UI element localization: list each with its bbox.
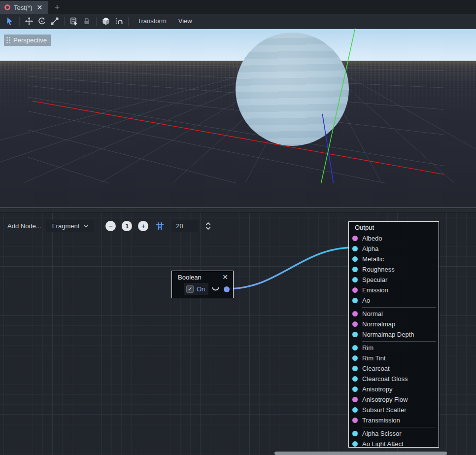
port-label: Normalmap [362, 320, 395, 328]
boolean-node[interactable]: Boolean ✕ ✓ On [171, 271, 234, 298]
port-label: Roughness [362, 266, 395, 273]
port-metallic-icon[interactable] [352, 256, 358, 262]
port-roughness-icon[interactable] [352, 267, 358, 272]
output-port-row: Normalmap [349, 319, 439, 329]
snap-amount-field[interactable]: 20 [171, 220, 198, 232]
port-emission-icon[interactable] [352, 287, 358, 293]
list-select-tool-button[interactable] [68, 15, 80, 27]
port-label: Specular [362, 276, 387, 283]
port-group-separator [362, 307, 436, 308]
node-resizer-icon[interactable] [391, 443, 397, 447]
boolean-node-titlebar[interactable]: Boolean ✕ [172, 271, 233, 282]
snap-mode-button[interactable] [112, 15, 125, 27]
port-normalmap-depth-icon[interactable] [352, 332, 358, 337]
port-ao-icon[interactable] [352, 298, 358, 303]
new-scene-tab-button[interactable]: + [48, 1, 66, 14]
graph-hscrollbar[interactable] [274, 452, 447, 455]
boolean-output-port[interactable] [224, 286, 230, 292]
boolean-node-title: Boolean [178, 274, 202, 281]
tab-close-icon[interactable]: ✕ [36, 4, 44, 11]
port-albedo-icon[interactable] [352, 236, 358, 241]
node-close-icon[interactable]: ✕ [222, 273, 228, 281]
list-select-icon [69, 17, 78, 26]
port-label: Ao Light Affect [362, 440, 404, 448]
zoom-in-button[interactable]: + [138, 221, 148, 231]
output-port-row: Anisotropy [349, 384, 439, 394]
port-clearcoat-gloss-icon[interactable] [352, 376, 358, 382]
output-port-row: Specular [349, 275, 439, 285]
select-tool-button[interactable] [3, 15, 16, 27]
view-menu[interactable]: View [172, 17, 198, 25]
scale-icon [50, 17, 59, 26]
transform-menu[interactable]: Transform [132, 17, 172, 25]
port-alpha-scissor-icon[interactable] [352, 431, 358, 436]
snap-spinner[interactable] [205, 222, 211, 230]
port-normal-icon[interactable] [352, 311, 358, 316]
port-transmission-icon[interactable] [352, 418, 358, 423]
port-normalmap-icon[interactable] [352, 321, 358, 327]
environment-button[interactable] [100, 15, 112, 27]
output-port-row: Transmission [349, 415, 439, 425]
rotate-tool-button[interactable] [35, 15, 48, 27]
port-specular-icon[interactable] [352, 277, 358, 282]
scene-tab-label: Test(*) [14, 4, 33, 11]
add-node-button[interactable]: Add Node... [5, 222, 46, 230]
toolbar-separator [64, 17, 65, 26]
port-label: Clearcoat [362, 365, 390, 372]
connection-wire [228, 247, 354, 289]
snap-amount-value: 20 [176, 222, 183, 230]
port-alpha-icon[interactable] [352, 246, 358, 251]
output-port-row: Ao [349, 295, 439, 306]
godot-editor-window: Test(*) ✕ + [0, 0, 476, 455]
lock-button[interactable] [80, 15, 93, 27]
projection-menu[interactable]: Perspective [4, 35, 51, 46]
port-clearcoat-icon[interactable] [352, 366, 358, 371]
port-label: Anisotropy Flow [362, 396, 408, 403]
output-port-row: Rim Tint [349, 353, 439, 363]
rotate-icon [37, 17, 46, 26]
port-label: Rim Tint [362, 354, 386, 362]
zoom-reset-button[interactable]: 1 [122, 221, 132, 231]
zoom-out-button[interactable]: − [105, 221, 116, 231]
chevron-down-icon [83, 224, 89, 228]
port-anisotropy-icon[interactable] [352, 386, 358, 392]
output-ports: AlbedoAlphaMetallicRoughnessSpecularEmis… [349, 233, 439, 449]
move-icon [25, 17, 34, 26]
output-port-row: Roughness [349, 264, 439, 275]
port-label: Subsurf Scatter [362, 406, 407, 414]
port-ao-light-affect-icon[interactable] [352, 441, 358, 447]
port-label: Transmission [362, 417, 400, 424]
output-port-row: Normal [349, 309, 439, 319]
snap-toggle-button[interactable] [155, 221, 165, 231]
viewport-3d[interactable]: Perspective [0, 28, 476, 208]
port-anisotropy-flow-icon[interactable] [352, 397, 358, 402]
port-rim-tint-icon[interactable] [352, 355, 358, 361]
output-port-row: Alpha Scissor [349, 428, 439, 439]
expand-chevron-icon[interactable] [212, 287, 219, 291]
output-node-titlebar[interactable]: Output [349, 222, 439, 232]
output-port-row: Normalmap Depth [349, 329, 439, 340]
spinner-arrows-icon [205, 222, 211, 230]
port-rim-icon[interactable] [352, 345, 358, 350]
port-label: Ao [362, 297, 370, 304]
port-label: Rim [362, 344, 374, 351]
graph-toolbar: Add Node... Fragment − 1 + [5, 219, 211, 232]
port-label: Emission [362, 286, 388, 294]
output-port-row: Clearcoat Gloss [349, 374, 439, 384]
scene-tab-bar: Test(*) ✕ + [0, 0, 476, 14]
boolean-checkbox[interactable]: ✓ [186, 285, 194, 293]
scene-tab-active[interactable]: Test(*) ✕ [0, 1, 48, 14]
output-port-row: Rim [349, 343, 439, 353]
drag-handle-icon [6, 37, 10, 43]
projection-label: Perspective [13, 36, 47, 44]
toolbar-separator [128, 17, 129, 26]
move-tool-button[interactable] [23, 15, 35, 27]
shader-stage-dropdown[interactable]: Fragment [46, 220, 94, 232]
port-subsurf-scatter-icon[interactable] [352, 407, 358, 413]
panel-splitter[interactable] [0, 208, 476, 213]
output-port-row: Metallic [349, 254, 439, 264]
output-port-row: Albedo [349, 233, 439, 244]
shader-graph-editor[interactable]: Add Node... Fragment − 1 + [0, 213, 476, 455]
scale-tool-button[interactable] [48, 15, 61, 27]
output-node[interactable]: Output AlbedoAlphaMetallicRoughnessSpecu… [348, 221, 439, 448]
